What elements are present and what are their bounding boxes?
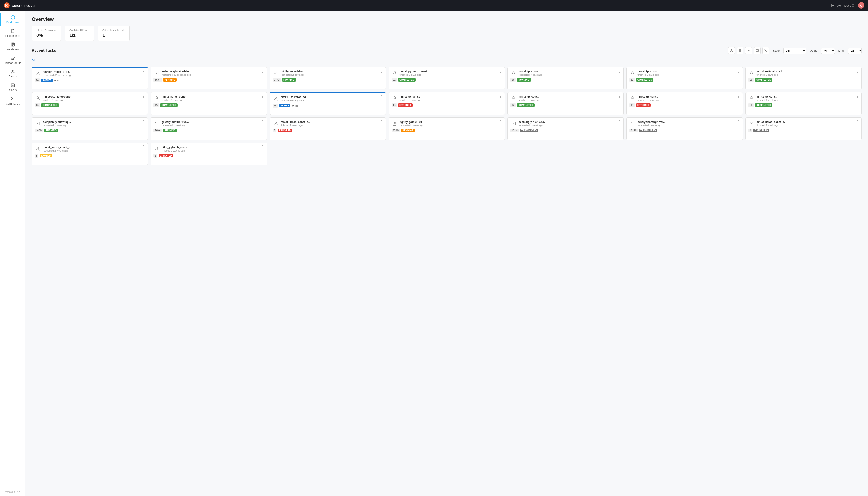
task-menu-btn[interactable]: ⋮ (499, 95, 502, 98)
filter-experiment-btn[interactable] (728, 47, 735, 54)
task-menu-btn[interactable]: ⋮ (856, 95, 859, 98)
task-card[interactable]: mildly-sacred-frog requested 2 days ago … (270, 67, 386, 90)
task-menu-btn[interactable]: ⋮ (856, 69, 859, 73)
task-menu-btn[interactable]: ⋮ (617, 69, 621, 73)
sidebar-item-cluster[interactable]: Cluster (0, 67, 25, 80)
task-card[interactable]: mnist_estimator_ad... finished 5 days ag… (746, 67, 862, 90)
task-menu-btn[interactable]: ⋮ (261, 95, 265, 98)
task-status-badge: PAUSED (40, 154, 52, 157)
sidebar-item-experiments[interactable]: Experiments (0, 26, 25, 40)
task-menu-btn[interactable]: ⋮ (499, 69, 502, 73)
filter-command-btn[interactable] (762, 47, 769, 54)
task-menu-btn[interactable]: ⋮ (142, 70, 145, 73)
task-status-badge: ERRORED (398, 104, 413, 107)
task-id: b6f7 (153, 78, 162, 82)
task-menu-btn[interactable]: ⋮ (856, 120, 859, 124)
task-card[interactable]: fashion_mnist_tf_ke... requested 30 seco… (32, 67, 148, 90)
sidebar-item-notebooks[interactable]: Notebooks (0, 40, 25, 53)
task-time: finished 3 days ago (638, 73, 739, 76)
filter-tensorboard-btn[interactable] (745, 47, 752, 54)
task-menu-btn[interactable]: ⋮ (142, 95, 145, 98)
user-avatar[interactable]: C (858, 2, 864, 9)
task-card[interactable]: mnist_tp_const finished 3 days ago ⋮ 19 … (626, 67, 743, 90)
task-card[interactable]: mnist_tp_const finished 6 days ago ⋮ 12 … (507, 92, 624, 115)
task-menu-btn[interactable]: ⋮ (380, 95, 383, 99)
sidebar-item-dashboard[interactable]: Dashboard (0, 13, 25, 26)
task-card[interactable]: mnist_pytorch_const finished 3 days ago … (389, 67, 505, 90)
task-info: mnist_tp_const finished 1 week ago (757, 95, 859, 102)
task-menu-btn[interactable]: ⋮ (380, 69, 383, 73)
task-menu-btn[interactable]: ⋮ (617, 95, 621, 98)
task-status-badge: PENDING (401, 129, 415, 132)
task-card[interactable]: seemingly-next-spo... requested 1 week a… (507, 118, 624, 140)
task-card[interactable]: completely-allowing... requested 1 week … (32, 118, 148, 140)
task-card[interactable]: mnist-estimator-const finished 6 days ag… (32, 92, 148, 115)
filter-notebook-btn[interactable] (737, 47, 744, 54)
sidebar-item-shells[interactable]: Shells (0, 80, 25, 94)
task-card[interactable]: mnist_keras_const finished 6 days ago ⋮ … (151, 92, 267, 115)
task-type-icon (153, 70, 160, 76)
task-menu-btn[interactable]: ⋮ (261, 145, 265, 149)
svg-point-34 (751, 122, 752, 124)
task-footer: 4399 PENDING (391, 128, 502, 133)
task-time: finished 1 week ago (281, 124, 383, 127)
task-menu-btn[interactable]: ⋮ (737, 120, 740, 124)
filter-bar: State All Active Running Completed Error… (728, 47, 862, 54)
task-card[interactable]: greatly-mature-tree... requested 1 week … (151, 118, 267, 140)
task-status-badge: PENDING (163, 78, 177, 81)
recent-tasks-tabs: All (32, 57, 862, 63)
sidebar: Dashboard Experiments Notebooks (0, 11, 25, 496)
task-status-badge: COMPLETED (398, 78, 416, 81)
task-menu-btn[interactable]: ⋮ (737, 69, 740, 73)
tensorboards-icon (10, 56, 15, 61)
task-grid: fashion_mnist_tf_ke... requested 30 seco… (32, 67, 862, 165)
filter-shell-btn[interactable] (754, 47, 761, 54)
users-filter-select[interactable]: All (821, 48, 835, 54)
task-menu-btn[interactable]: ⋮ (142, 120, 145, 124)
task-card[interactable]: subtly-thorough-ver... requested 1 week … (626, 118, 743, 140)
task-type-icon (153, 95, 160, 102)
task-footer: 8d56 TERMINATED (629, 128, 739, 133)
task-footer: 14 ACTIVE 0.4% (273, 104, 383, 108)
task-card[interactable]: awfully-light-airedale requested 30 seco… (151, 67, 267, 90)
task-footer: d3ca TERMINATED (510, 128, 621, 133)
docs-link[interactable]: Docs (844, 4, 854, 7)
task-card[interactable]: tightly-golden-krill requested 1 week ag… (389, 118, 505, 140)
version-label: Version 0.12.2 (0, 488, 25, 496)
task-footer: 20 RUNNING (510, 78, 621, 82)
task-card[interactable]: mnist_keras_const_s... requested 2 weeks… (32, 143, 148, 165)
task-footer: 13 ERRORED (391, 103, 502, 107)
task-id: 11 (629, 103, 634, 107)
state-filter-select[interactable]: All Active Running Completed Errored Pau… (783, 48, 806, 54)
task-footer: 12 COMPLETED (510, 103, 621, 107)
task-menu-btn[interactable]: ⋮ (261, 120, 265, 124)
tab-all[interactable]: All (32, 57, 35, 63)
task-card[interactable]: mnist_keras_const_s... finished 1 week a… (270, 118, 386, 140)
task-card[interactable]: mnist_tp_const finished 6 days ago ⋮ 11 … (626, 92, 743, 115)
task-card[interactable]: mnist_keras_const_s... finished 1 week a… (746, 118, 862, 140)
command-filter-icon (764, 49, 767, 52)
task-type-icon (629, 70, 635, 76)
sidebar-item-commands[interactable]: Commands (0, 94, 25, 108)
task-menu-btn[interactable]: ⋮ (499, 120, 502, 124)
task-card[interactable]: mnist_tp_const finished 1 week ago ⋮ 10 … (746, 92, 862, 115)
overview-card-tensorboards: Active Tensorboards 1 (98, 26, 130, 41)
task-menu-btn[interactable]: ⋮ (617, 120, 621, 124)
task-menu-btn[interactable]: ⋮ (261, 69, 265, 73)
task-info: tightly-golden-krill requested 1 week ag… (400, 120, 502, 127)
experiments-icon (10, 29, 15, 33)
task-menu-btn[interactable]: ⋮ (142, 145, 145, 149)
task-menu-btn[interactable]: ⋮ (737, 95, 740, 98)
task-card[interactable]: cifar10_tf_keras_ad... requested 6 days … (270, 92, 386, 115)
limit-filter-select[interactable]: 25 50 100 (848, 48, 862, 54)
sidebar-item-tensorboards[interactable]: TensorBoards (0, 53, 25, 67)
task-card[interactable]: mnist_tp_const requested 3 days ago ⋮ 20… (507, 67, 624, 90)
task-card[interactable]: mnist_tp_const finished 6 days ago ⋮ 13 … (389, 92, 505, 115)
task-status-badge: COMPLETED (160, 104, 178, 107)
task-menu-btn[interactable]: ⋮ (380, 120, 383, 124)
task-card[interactable]: cifar_pytorch_const finished 2 weeks ago… (151, 143, 267, 165)
task-time: requested 30 seconds ago (162, 73, 264, 76)
svg-point-21 (37, 97, 39, 98)
commands-icon (10, 96, 15, 101)
task-id: 4399 (391, 128, 400, 133)
